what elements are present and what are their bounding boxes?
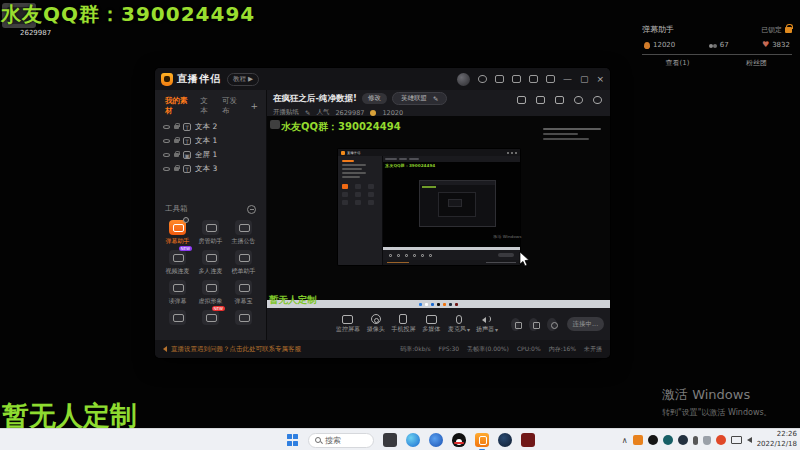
tab-my-sources[interactable]: 我的素材 <box>165 96 192 116</box>
lock-icon[interactable] <box>785 27 792 33</box>
support-notice-link[interactable]: 直播设置遇到问题？点击此处可联系专属客服 <box>171 345 301 354</box>
danmaku-tab-fans[interactable]: 粉丝团 <box>717 58 796 68</box>
taskbar-explorer-icon[interactable] <box>383 433 397 447</box>
gift-icon[interactable] <box>517 96 526 104</box>
app-logo-icon <box>161 73 173 86</box>
metric-memory: 内存:16% <box>549 345 576 354</box>
source-row[interactable]: T 文本 3 <box>155 162 266 176</box>
text-type-icon: T <box>183 165 191 173</box>
headset-icon[interactable] <box>478 75 487 83</box>
tool-virtual-avatar[interactable]: 虚拟形象 <box>194 280 227 306</box>
source-row[interactable]: T 文本 1 <box>155 134 266 148</box>
tutorial-badge[interactable]: 教程 ▶ <box>227 73 259 86</box>
tray-security-icon[interactable] <box>703 436 711 445</box>
taskbar-live-companion-icon[interactable] <box>475 433 489 447</box>
tool-danmaku-assistant[interactable]: 弹幕助手 <box>161 220 194 246</box>
captured-app-window-level4 <box>438 192 476 217</box>
collapse-icon[interactable] <box>247 205 256 214</box>
record-button[interactable] <box>511 318 520 331</box>
tray-display-icon[interactable] <box>731 436 742 444</box>
live-companion-window: 直播伴侣 教程 ▶ — ▢ × 我的素材 文本 可发布 <box>155 68 610 358</box>
captured-watermark-logo <box>270 120 280 129</box>
captured-app-window: 直播伴侣 <box>337 148 521 266</box>
tool-danmaku-box[interactable]: 弹幕宝 <box>227 280 260 306</box>
start-button[interactable] <box>287 434 299 446</box>
tray-app-icon[interactable] <box>633 435 643 445</box>
connect-status-button[interactable]: 连接中... <box>567 317 604 331</box>
taskbar-qq-icon[interactable] <box>452 433 466 447</box>
tool-calendar[interactable] <box>161 310 194 325</box>
taskbar-video-app-icon[interactable] <box>521 433 535 447</box>
maximize-button[interactable]: ▢ <box>580 75 589 84</box>
tray-app-icon[interactable] <box>663 435 673 445</box>
tray-qq-icon[interactable] <box>648 435 658 445</box>
lock-icon[interactable] <box>174 125 179 129</box>
gallery-icon[interactable] <box>529 75 538 83</box>
chevron-down-icon[interactable]: ▾ <box>467 326 470 333</box>
mouse-cursor <box>519 252 530 267</box>
source-row[interactable]: T 文本 2 <box>155 120 266 134</box>
edit-title-button[interactable]: 修改 <box>362 93 387 104</box>
tool-multi-link[interactable]: 多人连麦 <box>194 250 227 276</box>
add-source-button[interactable]: + <box>250 101 258 111</box>
minimize-button[interactable]: — <box>563 75 572 84</box>
tool-announcement[interactable]: 主播公告 <box>227 220 260 246</box>
apps-grid-icon[interactable] <box>555 96 564 104</box>
speaker-icon <box>482 315 492 324</box>
stat-heart-value: 3832 <box>772 41 790 49</box>
tool-danmaku-reader[interactable]: 读弹幕 <box>161 280 194 306</box>
eye-icon[interactable] <box>163 139 170 143</box>
new-badge: NEW <box>212 306 225 311</box>
lock-icon[interactable] <box>174 167 179 171</box>
category-pill[interactable]: 英雄联盟 ✎ <box>392 92 447 105</box>
unlock-icon[interactable] <box>536 96 545 104</box>
lock-icon[interactable] <box>174 139 179 143</box>
eye-icon[interactable] <box>163 167 170 171</box>
tool-mod-assistant[interactable]: 房管助手 <box>194 220 227 246</box>
screen-capture-button[interactable]: 监控屏幕 <box>335 315 361 334</box>
text-type-icon: T <box>183 137 191 145</box>
search-input[interactable]: 搜索 <box>308 433 374 448</box>
eye-icon[interactable] <box>163 125 170 129</box>
chat-icon[interactable] <box>512 75 521 83</box>
tray-browser-icon[interactable] <box>716 435 726 445</box>
tool-ranking-assistant[interactable]: 榜单助手 <box>227 250 260 276</box>
tray-clock[interactable]: 22:26 2022/12/18 <box>757 430 797 450</box>
filter-icon[interactable] <box>546 75 555 83</box>
coin-icon <box>370 110 376 116</box>
taskbar-app-icon[interactable] <box>429 433 443 447</box>
tray-volume-icon[interactable] <box>747 437 752 443</box>
media-button[interactable]: 多媒体 <box>418 315 444 334</box>
tab-text[interactable]: 文本 <box>200 96 214 116</box>
tool-more[interactable] <box>227 310 260 325</box>
share-icon[interactable] <box>593 96 602 104</box>
tray-microphone-icon[interactable] <box>693 436 698 445</box>
tray-steam-icon[interactable] <box>678 435 688 445</box>
taskbar-edge-icon[interactable] <box>406 433 420 447</box>
taskbar-steam-icon[interactable] <box>498 433 512 447</box>
lock-icon[interactable] <box>174 153 179 157</box>
timer-button[interactable] <box>529 318 538 331</box>
source-row[interactable]: ▣ 全屏 1 <box>155 148 266 162</box>
stream-preview-canvas[interactable]: 水友QQ群：390024494 直播伴侣 <box>267 116 610 308</box>
tab-publishable[interactable]: 可发布 <box>222 96 242 116</box>
eye-icon[interactable] <box>163 153 170 157</box>
screenshot-icon[interactable] <box>495 75 504 83</box>
camera-button[interactable]: 摄像头 <box>363 314 389 334</box>
microphone-button[interactable]: 麦克风 ▾ <box>446 315 472 334</box>
bell-icon[interactable] <box>574 96 583 104</box>
speaker-button[interactable]: 扬声器 ▾ <box>474 315 500 334</box>
close-button[interactable]: × <box>596 75 604 84</box>
app-titlebar[interactable]: 直播伴侣 教程 ▶ — ▢ × <box>155 68 610 90</box>
tray-chevron-up-icon[interactable]: ∧ <box>622 436 628 445</box>
captured-taskbar <box>267 300 610 308</box>
avatar[interactable] <box>457 73 470 86</box>
camera-icon <box>371 314 381 324</box>
new-badge: NEW <box>179 246 192 251</box>
phone-mirror-button[interactable]: 手机投屏 <box>391 314 417 334</box>
danmaku-tab-view[interactable]: 查看(1) <box>638 58 717 68</box>
tool-pk[interactable]: NEW <box>194 310 227 325</box>
chevron-down-icon[interactable]: ▾ <box>495 326 498 333</box>
tool-video-link[interactable]: NEW 视频连麦 <box>161 250 194 276</box>
settings-button[interactable] <box>547 318 556 331</box>
